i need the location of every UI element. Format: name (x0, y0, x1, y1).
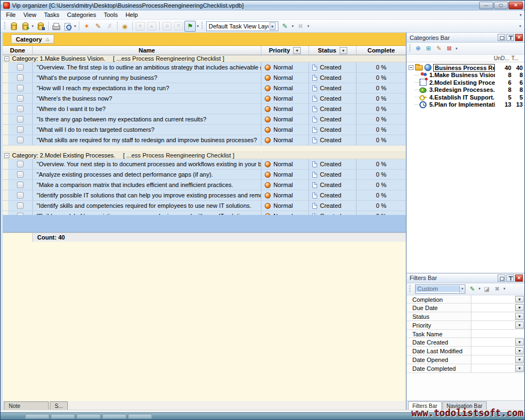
task-row[interactable]: "Make a comparison matrix that includes … (3, 180, 406, 190)
task-checkbox[interactable] (17, 64, 24, 71)
edit-filter-button[interactable]: ✎ (467, 284, 477, 294)
task-checkbox[interactable] (17, 116, 24, 122)
panel-pin-icon[interactable] (506, 275, 514, 282)
tracking-flag-button[interactable]: ⚑ (184, 21, 196, 32)
task-row[interactable]: "Identify possible IT solutions that can… (3, 190, 406, 201)
edit-category-button[interactable]: ✎ (434, 44, 444, 53)
filter-value-field[interactable] (471, 295, 515, 304)
new-task-button[interactable]: ✶ (81, 21, 92, 32)
menu-item-file[interactable]: File (2, 11, 20, 19)
clear-filter-button[interactable]: ◪ (482, 284, 492, 294)
task-row[interactable]: "Analyze existing processes and detect p… (3, 170, 406, 180)
save-database-button[interactable] (35, 21, 46, 32)
filter-value-field[interactable] (471, 355, 515, 364)
task-row[interactable]: "Is there any gap between my expectation… (3, 114, 406, 125)
print-button[interactable] (50, 21, 62, 32)
filter-dropdown-icon[interactable]: ▼ (515, 322, 524, 329)
filter-dropdown-icon[interactable]: ▼ (515, 365, 524, 372)
collapse-all-button[interactable]: ⇈ (173, 21, 184, 32)
task-checkbox[interactable] (17, 137, 24, 143)
print-dropdown-icon[interactable]: ▾ (74, 24, 77, 28)
task-row[interactable]: "What's the purpose of running my busine… (3, 73, 406, 83)
column-header-priority[interactable]: Priority▼ (261, 46, 309, 55)
toolbar-options-icon[interactable]: ▾ (307, 24, 310, 28)
panel-restore-icon[interactable] (498, 34, 505, 41)
filter-value-field[interactable] (471, 330, 524, 338)
task-row[interactable]: "Identify skills and competencies requir… (3, 201, 406, 211)
toolbar-grip[interactable] (4, 22, 5, 30)
print-preview-button[interactable] (62, 21, 73, 32)
task-row[interactable]: "Where's the business now?NormalCreated0… (3, 94, 406, 104)
new-subcategory-button[interactable]: ⊞ (423, 44, 434, 53)
task-row[interactable]: "Where do I want it to be?NormalCreated0… (3, 104, 406, 114)
task-row[interactable]: "How will I reach my expectations in the… (3, 83, 406, 94)
layout-combobox[interactable]: Default Task View Layout ▼ (206, 21, 278, 31)
menu-item-tools[interactable]: Tools (100, 11, 122, 19)
expand-all-button[interactable]: ⇊ (161, 21, 173, 32)
task-checkbox[interactable] (17, 106, 24, 112)
filter-value-field[interactable] (471, 338, 515, 346)
panel-pin-icon[interactable] (506, 34, 514, 41)
new-category-button[interactable]: ⊕ (413, 44, 423, 53)
toolbar-grip[interactable] (409, 285, 411, 293)
status-filter-icon[interactable]: ▼ (340, 47, 347, 54)
flag-dropdown-icon[interactable]: ▾ (197, 24, 199, 28)
collapse-icon[interactable]: − (4, 56, 9, 61)
column-header-total[interactable]: T... (511, 55, 524, 61)
minimize-button[interactable]: — (479, 2, 493, 9)
new-database-button[interactable] (8, 21, 19, 32)
column-header-complete[interactable]: Complete (357, 46, 406, 55)
filter-value-field[interactable] (471, 321, 515, 329)
filters-toolbar-overflow-icon[interactable]: ▾ (504, 287, 506, 291)
move-down-button[interactable]: ▼ (135, 21, 146, 32)
edit-task-button[interactable]: ✎ (92, 21, 104, 32)
column-header-undone[interactable]: UnD... (494, 55, 511, 61)
menu-item-tasks[interactable]: Tasks (40, 11, 63, 19)
task-row[interactable]: "Overview. The first step is to outline … (3, 62, 406, 73)
filter-dropdown-icon[interactable]: ▼ (515, 296, 524, 303)
delete-category-button[interactable]: ⊠ (444, 44, 454, 53)
tree-item[interactable]: 3.Redesign Processes.88 (407, 86, 524, 94)
filter-dropdown-icon[interactable]: ▼ (515, 339, 524, 346)
filter-value-field[interactable] (471, 312, 515, 320)
task-checkbox[interactable] (17, 85, 24, 91)
categories-toolbar-overflow-icon[interactable]: ▾ (456, 46, 458, 51)
layout-dropdown-icon[interactable]: ▾ (292, 24, 294, 28)
combobox-arrow-icon[interactable]: ▼ (459, 285, 465, 293)
toolbar-overflow-icon[interactable]: ▾ (519, 24, 521, 28)
menu-item-help[interactable]: Help (121, 11, 142, 19)
panel-close-icon[interactable]: ✕ (515, 275, 523, 282)
column-header-done[interactable]: Done (3, 46, 33, 55)
filter-dropdown-icon[interactable]: ▼ (515, 304, 524, 311)
task-checkbox[interactable] (17, 192, 24, 199)
filter-dropdown-icon[interactable]: ▼ (515, 313, 524, 320)
filter-dropdown-icon[interactable]: ▾ (479, 287, 481, 291)
task-checkbox[interactable] (17, 202, 24, 209)
filter-value-field[interactable] (471, 364, 515, 372)
delete-task-button[interactable]: ✗ (104, 21, 115, 32)
group-by-category-button[interactable]: Category △ (11, 34, 54, 44)
column-header-name[interactable]: Name (33, 46, 261, 55)
collapse-icon[interactable]: − (4, 153, 9, 158)
open-database-button[interactable]: ➤ (19, 21, 31, 32)
highlight-button[interactable]: ◉ (119, 21, 131, 32)
category-group-row[interactable]: −Category: 2.Model Existing Processes.[ … (3, 152, 406, 159)
open-database-dropdown-icon[interactable]: ▾ (32, 24, 34, 28)
tree-item[interactable]: 4.Establish IT Support.55 (407, 94, 524, 101)
move-up-button[interactable]: ▲ (146, 21, 158, 32)
tree-item[interactable]: 5.Plan for Implementation.1313 (407, 101, 524, 109)
toolbar-grip[interactable] (201, 22, 203, 30)
tree-item[interactable]: 2.Model Existing Processes.66 (407, 79, 524, 86)
menu-overflow-icon[interactable]: ▾ (520, 13, 524, 18)
edit-layout-button[interactable]: ✎ (279, 21, 291, 32)
task-row[interactable]: "What will I do to reach targeted custom… (3, 125, 406, 135)
task-row[interactable]: "Overview. Your next step is to document… (3, 159, 406, 170)
task-checkbox[interactable] (17, 74, 24, 81)
panel-close-icon[interactable]: ✕ (515, 34, 523, 41)
panel-restore-icon[interactable] (498, 275, 505, 282)
filter-value-field[interactable] (471, 304, 515, 312)
filter-dropdown-icon[interactable]: ▼ (515, 347, 524, 354)
task-checkbox[interactable] (17, 126, 24, 133)
filter-dropdown-icon[interactable]: ▼ (515, 356, 524, 363)
menu-item-categories[interactable]: Categories (63, 11, 100, 19)
